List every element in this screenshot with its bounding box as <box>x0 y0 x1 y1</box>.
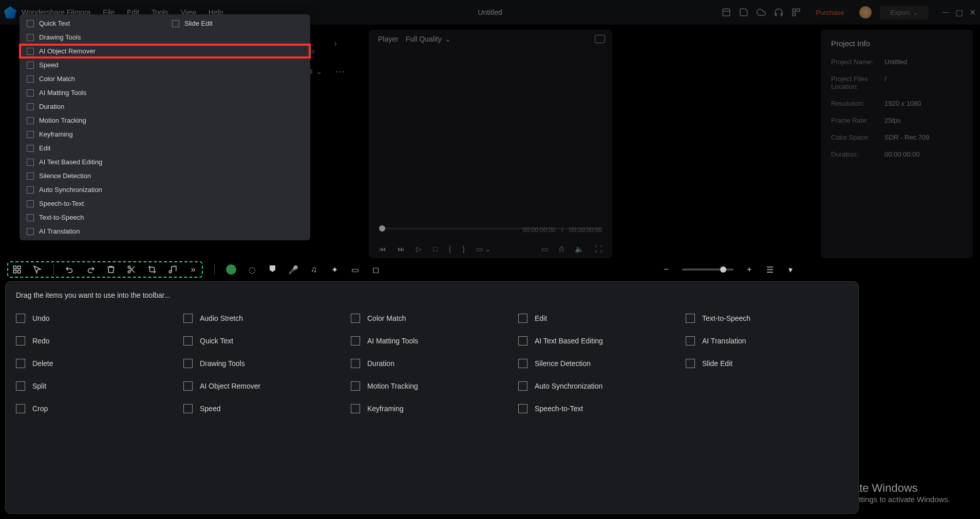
ai-text-icon <box>518 336 527 345</box>
svg-rect-6 <box>18 266 21 268</box>
dropdown-item-keyframing[interactable]: Keyframing <box>20 127 310 141</box>
delete-icon[interactable] <box>106 265 116 274</box>
drag-item-auto-sync[interactable]: Auto Synchronization <box>518 376 681 396</box>
drag-item-speed[interactable]: Speed <box>183 399 346 418</box>
drag-item-slide-edit[interactable]: Slide Edit <box>686 354 848 373</box>
speed-icon <box>183 404 193 413</box>
dropdown-item-ai-translation[interactable]: AI Translation <box>20 224 310 238</box>
dropdown-item-quick-text[interactable]: Quick Text <box>20 16 165 30</box>
tools-dropdown: Quick Text Slide Edit Drawing Tools AI O… <box>20 14 310 240</box>
motion-tracking-icon <box>351 381 360 391</box>
drawing-icon <box>27 34 34 41</box>
redo-icon[interactable] <box>86 265 95 274</box>
dropdown-item-drawing-tools[interactable]: Drawing Tools <box>20 30 310 44</box>
drag-item-ai-translation[interactable]: AI Translation <box>686 331 848 351</box>
text-icon <box>183 336 193 345</box>
drag-item-ai-object-remover[interactable]: AI Object Remover <box>183 376 346 396</box>
delete-icon <box>16 359 25 368</box>
color-match-icon <box>27 75 34 83</box>
translate-icon <box>686 336 695 345</box>
dropdown-item-duration[interactable]: Duration <box>20 100 310 113</box>
zoom-slider[interactable] <box>682 268 733 271</box>
svg-point-9 <box>128 266 130 268</box>
drag-item-edit[interactable]: Edit <box>518 309 681 328</box>
drag-item-duration[interactable]: Duration <box>351 354 513 373</box>
view-mode-icon[interactable]: ☰ <box>765 265 775 274</box>
split-icon[interactable] <box>127 265 136 274</box>
ai-text-icon <box>27 159 34 166</box>
dropdown-item-silence-detection[interactable]: Silence Detection <box>20 169 310 183</box>
crop-icon[interactable] <box>147 265 157 274</box>
clock-icon[interactable]: ◌ <box>248 265 257 274</box>
dropdown-item-ai-text-editing[interactable]: AI Text Based Editing <box>20 155 310 169</box>
drawing-icon <box>183 359 193 368</box>
frame2-icon[interactable]: ◻ <box>371 265 380 274</box>
drag-item-keyframing[interactable]: Keyframing <box>351 399 513 418</box>
divider <box>53 264 54 275</box>
ai-remove-icon <box>27 48 34 55</box>
split-icon <box>16 381 25 391</box>
record-badge-icon[interactable] <box>226 264 236 275</box>
drag-item-quick-text[interactable]: Quick Text <box>183 331 346 351</box>
dropdown-item-speed[interactable]: Speed <box>20 58 310 72</box>
drag-item-redo[interactable]: Redo <box>16 331 178 351</box>
view-mode-dropdown-icon[interactable]: ▾ <box>786 265 795 274</box>
drag-item-color-match[interactable]: Color Match <box>351 309 513 328</box>
drag-item-stt[interactable]: Speech-to-Text <box>518 399 681 418</box>
toolbar-customization-panel: Drag the items you want to use into the … <box>5 281 859 514</box>
dropdown-item-edit[interactable]: Edit <box>20 141 310 155</box>
drag-item-audio-stretch[interactable]: Audio Stretch <box>183 309 346 328</box>
pointer-icon[interactable] <box>33 265 42 274</box>
dropdown-item-motion-tracking[interactable]: Motion Tracking <box>20 113 310 127</box>
frame-icon[interactable]: ▭ <box>350 265 360 274</box>
sync-icon <box>27 186 34 194</box>
drag-item-undo[interactable]: Undo <box>16 309 178 328</box>
drag-item-motion-tracking[interactable]: Motion Tracking <box>351 376 513 396</box>
drag-item-drawing[interactable]: Drawing Tools <box>183 354 346 373</box>
more-toolbar-icon[interactable]: » <box>189 265 198 274</box>
dropdown-item-color-match[interactable]: Color Match <box>20 72 310 86</box>
dropdown-item-slide-edit[interactable]: Slide Edit <box>165 16 310 30</box>
dropdown-item-auto-sync[interactable]: Auto Synchronization <box>20 183 310 197</box>
shield-icon[interactable]: ⛊ <box>268 265 277 274</box>
timeline-toolbar: » ◌ ⛊ 🎤 ♫ ✦ ▭ ◻ − + ☰ ▾ <box>2 260 800 279</box>
duration-icon <box>351 359 360 368</box>
edit-icon <box>518 314 527 323</box>
undo-icon[interactable] <box>65 265 74 274</box>
matting-icon <box>27 89 34 97</box>
svg-point-13 <box>169 271 172 273</box>
svg-point-10 <box>128 271 130 273</box>
silence-icon <box>518 359 527 368</box>
zoom-in-icon[interactable]: + <box>745 265 754 274</box>
music-icon[interactable]: ♫ <box>309 265 318 274</box>
matting-icon <box>351 336 360 345</box>
divider <box>214 264 215 275</box>
drag-item-ai-matting[interactable]: AI Matting Tools <box>351 331 513 351</box>
dropdown-item-text-to-speech[interactable]: Text-to-Speech <box>20 210 310 224</box>
redo-icon <box>16 336 25 345</box>
zoom-out-icon[interactable]: − <box>662 265 671 274</box>
dropdown-item-speech-to-text[interactable]: Speech-to-Text <box>20 197 310 210</box>
drag-item-tts[interactable]: Text-to-Speech <box>686 309 848 328</box>
crop-icon <box>16 404 25 413</box>
customizable-toolbar-zone[interactable]: » <box>7 261 203 278</box>
dropdown-item-ai-object-remover[interactable]: AI Object Remover <box>20 44 310 58</box>
dropdown-item-ai-matting[interactable]: AI Matting Tools <box>20 86 310 100</box>
mic-icon[interactable]: 🎤 <box>289 265 298 274</box>
drag-item-split[interactable]: Split <box>16 376 178 396</box>
drag-item-empty <box>686 376 848 396</box>
drag-item-crop[interactable]: Crop <box>16 399 178 418</box>
drag-item-ai-text-editing[interactable]: AI Text Based Editing <box>518 331 681 351</box>
audio-stretch-icon[interactable] <box>168 265 177 274</box>
drag-item-silence[interactable]: Silence Detection <box>518 354 681 373</box>
drag-item-empty <box>686 399 848 418</box>
drag-item-delete[interactable]: Delete <box>16 354 178 373</box>
stt-icon <box>27 200 34 207</box>
grid-icon[interactable] <box>12 265 22 274</box>
edit-icon <box>27 145 34 152</box>
svg-rect-8 <box>18 271 21 273</box>
silence-icon <box>27 172 34 180</box>
marker-icon[interactable]: ✦ <box>330 265 339 274</box>
zoom-slider-handle[interactable] <box>720 266 726 273</box>
undo-icon <box>16 314 25 323</box>
